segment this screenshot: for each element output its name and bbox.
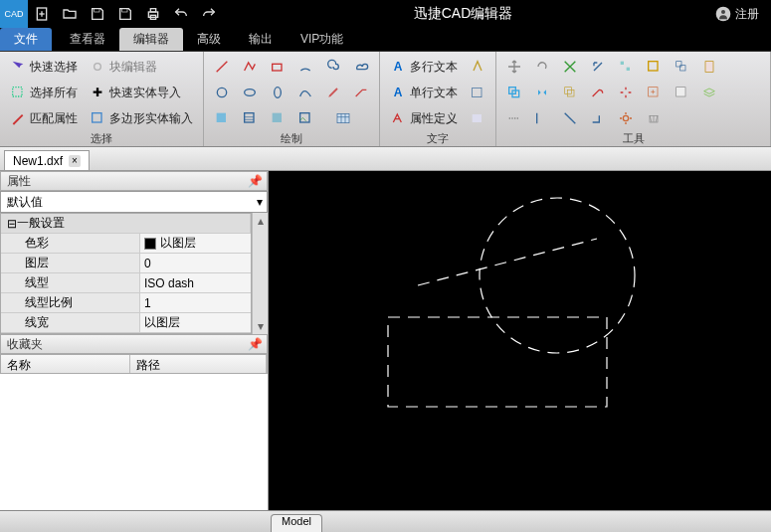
pin-icon[interactable]: 📌 (248, 174, 263, 188)
table-tool-icon[interactable] (331, 107, 355, 129)
mtext-button[interactable]: A多行文本 (386, 56, 462, 78)
svg-rect-11 (13, 88, 22, 96)
arc-tool-icon[interactable] (293, 56, 317, 78)
properties-scrollbar[interactable]: ▴ ▾ (252, 213, 268, 334)
new-file-icon[interactable] (30, 2, 54, 26)
svg-rect-33 (676, 62, 681, 67)
rotate-tool-icon[interactable] (530, 56, 554, 78)
layer-tool-icon[interactable] (697, 82, 721, 103)
undo-icon[interactable] (169, 2, 193, 26)
scroll-down-icon[interactable]: ▾ (253, 318, 268, 334)
mirror-tool-icon[interactable] (530, 82, 554, 103)
polyline-tool-icon[interactable] (238, 56, 262, 78)
save-icon[interactable] (86, 2, 109, 26)
copy-tool-icon[interactable] (502, 82, 526, 103)
corner-tool-icon[interactable] (586, 107, 610, 129)
fillet-tool-icon[interactable] (586, 82, 610, 103)
trim2-tool-icon[interactable] (558, 107, 582, 129)
circle-tool-icon[interactable] (210, 82, 234, 103)
saveas-icon[interactable] (113, 2, 137, 26)
text-find-icon[interactable] (466, 82, 489, 103)
array-tool-icon[interactable] (614, 56, 638, 78)
place-tool-icon[interactable] (670, 56, 693, 78)
svg-rect-30 (621, 62, 624, 65)
text-attr-icon[interactable] (466, 107, 489, 129)
pen-tool-icon[interactable] (321, 82, 345, 103)
quick-select-button[interactable]: 快速选择 (6, 56, 82, 78)
insert-tool-icon[interactable] (642, 82, 666, 103)
prop-category-general[interactable]: ⊟ 一般设置 (1, 214, 251, 234)
close-icon[interactable]: × (69, 155, 81, 167)
svg-rect-39 (567, 89, 574, 96)
favorites-panel-header[interactable]: 收藏夹 📌 (0, 334, 268, 354)
svg-rect-18 (217, 113, 226, 122)
cloud-tool-icon[interactable] (349, 56, 373, 78)
drawing-canvas[interactable] (269, 171, 771, 510)
match-props-button[interactable]: 匹配属性 (6, 107, 82, 129)
text-style-icon[interactable] (466, 56, 489, 78)
prop-row-ltscale[interactable]: 线型比例1 (1, 293, 251, 313)
ellipse2-tool-icon[interactable] (266, 82, 289, 103)
raster-tool-icon[interactable] (670, 82, 693, 103)
app-logo: CAD (0, 0, 28, 28)
ribbon-group-tools: 工具 (496, 52, 771, 146)
tab-editor[interactable]: 编辑器 (119, 28, 183, 51)
ellipse-tool-icon[interactable] (238, 82, 262, 103)
favorites-body (0, 374, 268, 510)
polygon-entity-input-button[interactable]: 多边形实体输入 (86, 107, 197, 129)
fast-entity-import-button[interactable]: ✚快速实体导入 (86, 82, 185, 103)
svg-point-17 (275, 88, 282, 98)
scroll-up-icon[interactable]: ▴ (253, 213, 268, 229)
spline-tool-icon[interactable] (293, 82, 317, 103)
chevron-down-icon: ▾ (257, 195, 263, 209)
offset-tool-icon[interactable] (558, 82, 582, 103)
svg-point-10 (95, 64, 101, 71)
block-editor-button[interactable]: 块编辑器 (86, 56, 161, 78)
tab-file[interactable]: 文件 (0, 28, 52, 51)
explode-tool-icon[interactable] (614, 82, 638, 103)
select-all-button[interactable]: 选择所有 (6, 82, 82, 103)
scale-tool-icon[interactable] (586, 56, 610, 78)
ribbon-select-label: 选择 (6, 129, 197, 146)
rect-tool-icon[interactable] (266, 56, 289, 78)
tab-output[interactable]: 输出 (235, 28, 287, 51)
model-tab[interactable]: Model (271, 514, 322, 532)
paste-tool-icon[interactable] (697, 56, 721, 78)
block-tool-icon[interactable] (642, 56, 666, 78)
redo-icon[interactable] (197, 2, 221, 26)
gear-tool-icon[interactable] (614, 107, 638, 129)
ribbon-text-label: 文字 (386, 129, 489, 146)
document-tab[interactable]: New1.dxf × (4, 150, 90, 170)
tab-vip[interactable]: VIP功能 (287, 28, 357, 51)
erase-tool-icon[interactable] (642, 107, 666, 129)
attdef-button[interactable]: 属性定义 (386, 107, 462, 129)
prop-row-lineweight[interactable]: 线宽以图层 (1, 313, 251, 333)
trim-tool-icon[interactable] (558, 56, 582, 78)
hatch-tool-icon[interactable] (210, 107, 234, 129)
svg-rect-31 (627, 68, 630, 71)
properties-selector[interactable]: 默认值 ▾ (0, 191, 268, 213)
gradient-tool-icon[interactable] (266, 107, 289, 129)
extend-tool-icon[interactable] (530, 107, 554, 129)
hatch2-tool-icon[interactable] (238, 107, 262, 129)
move-tool-icon[interactable] (502, 56, 526, 78)
leader-tool-icon[interactable] (349, 82, 373, 103)
register-button[interactable]: 注册 (703, 6, 771, 23)
open-file-icon[interactable] (58, 2, 82, 26)
tab-advanced[interactable]: 高级 (183, 28, 235, 51)
favorites-col-path[interactable]: 路径 (130, 355, 267, 373)
prop-row-color[interactable]: 色彩以图层 (1, 234, 251, 254)
print-icon[interactable] (141, 2, 165, 26)
tab-viewer[interactable]: 查看器 (56, 28, 119, 51)
stext-button[interactable]: A单行文本 (386, 82, 462, 103)
spiral-tool-icon[interactable] (321, 56, 345, 78)
image-tool-icon[interactable] (293, 107, 317, 129)
properties-panel-header[interactable]: 属性 📌 (0, 171, 268, 191)
prop-row-linetype[interactable]: 线型ISO dash (1, 273, 251, 293)
line-tool-icon[interactable] (210, 56, 234, 78)
favorites-col-name[interactable]: 名称 (1, 355, 130, 373)
stretch-tool-icon[interactable] (502, 107, 526, 129)
pin-icon[interactable]: 📌 (248, 337, 263, 351)
prop-row-layer[interactable]: 图层0 (1, 254, 251, 273)
svg-point-16 (245, 89, 256, 96)
